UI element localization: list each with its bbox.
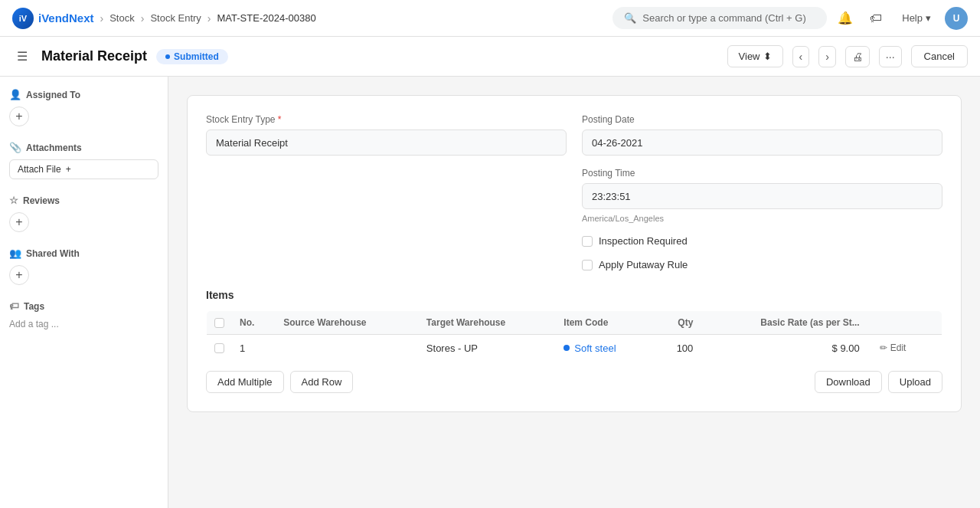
breadcrumb-sep-1: › (100, 12, 104, 25)
attachments-label: Attachments (26, 143, 82, 153)
breadcrumb-stock-entry[interactable]: Stock Entry (150, 12, 201, 24)
status-dot (165, 54, 170, 59)
items-section-title: Items (206, 289, 942, 301)
view-button[interactable]: View ⬍ (727, 45, 783, 67)
add-row-button[interactable]: Add Row (290, 371, 354, 393)
row-item-code: Soft steel (556, 335, 654, 362)
reviews-section: ☆ Reviews + (9, 195, 158, 232)
col-source-warehouse-header: Source Warehouse (276, 311, 419, 335)
add-multiple-button[interactable]: Add Multiple (206, 371, 284, 393)
inspection-required-checkbox[interactable] (582, 236, 593, 247)
posting-time-field: Posting Time 23:23:51 (582, 168, 942, 209)
page-header: ☰ Material Receipt Submitted View ⬍ ‹ › … (0, 37, 980, 77)
table-row: 1 Stores - UP Soft steel 100 $ 9.00 (207, 335, 942, 362)
posting-time-value: 23:23:51 (582, 183, 942, 209)
item-name-cell: Soft steel (564, 342, 646, 354)
stock-entry-type-label: Stock Entry Type * (206, 114, 567, 125)
status-badge: Submitted (156, 49, 228, 64)
col-target-warehouse-header: Target Warehouse (419, 311, 556, 335)
download-button[interactable]: Download (815, 371, 882, 393)
tags-nav-button[interactable]: 🏷 (864, 6, 888, 31)
inspection-required-row[interactable]: Inspection Required (582, 235, 942, 247)
edit-icon: ✏ (880, 342, 887, 353)
prev-button[interactable]: ‹ (792, 46, 810, 67)
table-header-row: No. Source Warehouse Target Warehouse It… (207, 311, 942, 335)
col-no-header: No. (232, 311, 276, 335)
tags-section: 🏷 Tags Add a tag ... (9, 300, 158, 329)
shared-with-icon: 👥 (9, 247, 21, 259)
apply-putaway-rule-row[interactable]: Apply Putaway Rule (582, 259, 942, 270)
upload-button[interactable]: Upload (888, 371, 942, 393)
menu-toggle-button[interactable]: ☰ (12, 44, 32, 68)
required-indicator: * (278, 114, 282, 125)
notifications-button[interactable]: 🔔 (833, 6, 858, 31)
status-text: Submitted (174, 51, 219, 62)
table-footer: Add Multiple Add Row Download Upload (206, 371, 942, 393)
brand-icon: iV (12, 8, 34, 29)
attachments-icon: 📎 (9, 142, 21, 153)
items-section: Items No. Source Warehouse Target Wareho… (206, 289, 942, 393)
breadcrumb-doc-id: MAT-STE-2024-00380 (217, 12, 316, 24)
posting-date-label: Posting Date (582, 114, 942, 125)
main-content: Stock Entry Type * Material Receipt Post… (168, 77, 980, 508)
form-card: Stock Entry Type * Material Receipt Post… (187, 95, 962, 412)
next-button[interactable]: › (818, 46, 836, 67)
view-label: View (739, 51, 760, 62)
attach-plus-icon: + (66, 164, 71, 175)
shared-with-add-button[interactable]: + (9, 265, 29, 285)
search-placeholder: Search or type a command (Ctrl + G) (642, 12, 806, 24)
col-qty-header: Qty (655, 311, 701, 335)
row-qty: 100 (655, 335, 701, 362)
cancel-button[interactable]: Cancel (911, 45, 968, 67)
row-source-warehouse (276, 335, 419, 362)
item-name-link[interactable]: Soft steel (574, 342, 616, 354)
row-basic-rate: $ 9.00 (701, 335, 867, 362)
assigned-to-label: Assigned To (26, 90, 80, 100)
add-tag-input[interactable]: Add a tag ... (9, 319, 59, 329)
table-footer-left: Add Multiple Add Row (206, 371, 353, 393)
col-item-code-header: Item Code (556, 311, 654, 335)
reviews-icon: ☆ (9, 195, 18, 206)
help-button[interactable]: Help ▾ (894, 8, 939, 28)
select-all-checkbox[interactable] (214, 318, 224, 328)
attachments-section: 📎 Attachments Attach File + (9, 142, 158, 179)
print-button[interactable]: 🖨 (845, 46, 870, 67)
posting-time-label: Posting Time (582, 168, 942, 179)
attachments-title: 📎 Attachments (9, 142, 158, 153)
table-footer-right: Download Upload (815, 371, 942, 393)
row-no: 1 (232, 335, 276, 362)
stock-entry-type-field: Stock Entry Type * Material Receipt (206, 114, 567, 156)
avatar[interactable]: U (945, 7, 968, 30)
items-table: No. Source Warehouse Target Warehouse It… (206, 310, 942, 362)
search-box[interactable]: 🔍 Search or type a command (Ctrl + G) (612, 7, 827, 29)
posting-date-field: Posting Date 04-26-2021 (582, 114, 942, 156)
assigned-to-section: 👤 Assigned To + (9, 89, 158, 126)
form-right-col: Posting Date 04-26-2021 Posting Time 23:… (582, 114, 942, 270)
form-left-col: Stock Entry Type * Material Receipt (206, 114, 567, 270)
brand-logo[interactable]: iV iVendNext (12, 8, 94, 29)
row-target-warehouse: Stores - UP (419, 335, 556, 362)
stock-entry-type-value: Material Receipt (206, 129, 567, 156)
attach-file-label: Attach File (18, 164, 61, 175)
tags-title: 🏷 Tags (9, 300, 158, 312)
col-basic-rate-header: Basic Rate (as per St... (701, 311, 867, 335)
sidebar: 👤 Assigned To + 📎 Attachments Attach Fil… (0, 77, 168, 508)
attach-file-button[interactable]: Attach File + (9, 159, 158, 179)
apply-putaway-rule-label: Apply Putaway Rule (599, 259, 688, 270)
breadcrumb-stock[interactable]: Stock (109, 12, 135, 24)
edit-label: Edit (890, 342, 906, 353)
row-checkbox[interactable] (214, 343, 224, 353)
row-edit-button[interactable]: ✏ Edit (875, 341, 911, 355)
shared-with-section: 👥 Shared With + (9, 247, 158, 285)
more-options-button[interactable]: ··· (879, 46, 902, 67)
row-actions-cell: ✏ Edit (867, 335, 942, 362)
assigned-to-add-button[interactable]: + (9, 107, 29, 126)
reviews-label: Reviews (23, 195, 60, 206)
help-label: Help (902, 12, 923, 24)
assigned-to-icon: 👤 (9, 89, 21, 100)
tags-icon: 🏷 (9, 300, 19, 312)
help-chevron-icon: ▾ (926, 12, 931, 24)
form-grid: Stock Entry Type * Material Receipt Post… (206, 114, 942, 270)
apply-putaway-rule-checkbox[interactable] (582, 260, 593, 270)
reviews-add-button[interactable]: + (9, 212, 29, 232)
